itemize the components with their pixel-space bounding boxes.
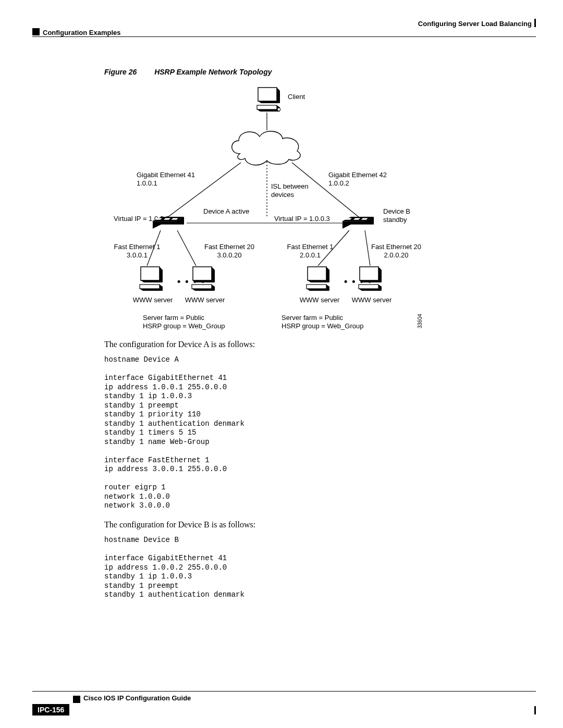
figure-number: Figure 26	[104, 68, 137, 76]
fe-b20-ip: 2.0.0.20	[384, 251, 409, 259]
device-b-para: The configuration for Device B is as fol…	[104, 520, 255, 529]
diagram-id: 33604	[417, 314, 423, 328]
ge41-text: Gigabit Ethernet 41	[137, 171, 195, 179]
isl-text2: devices	[271, 191, 294, 199]
topology-diagram: Client Gigabit Ethernet 41	[104, 83, 427, 334]
www-a2-icon	[188, 266, 217, 293]
svg-marker-33	[212, 267, 215, 282]
farm-a-line2: HSRP group = Web_Group	[143, 322, 225, 330]
svg-marker-43	[307, 289, 329, 291]
farm-b-label: Server farm = Public HSRP group = Web_Gr…	[282, 314, 363, 330]
figure-caption: Figure 26 HSRP Example Network Topology	[104, 68, 272, 76]
device-a-active-label: Device A active	[203, 207, 249, 216]
svg-marker-49	[359, 289, 382, 291]
fe-b20-text: Fast Ethernet 20	[371, 243, 421, 251]
svg-marker-40	[308, 280, 329, 282]
fe-a1-text: Fast Ethernet 1	[114, 243, 161, 251]
www-b2-label: WWW server	[348, 296, 395, 304]
svg-marker-31	[140, 289, 163, 291]
header-rule	[32, 36, 536, 37]
fe-a1-label: Fast Ethernet 1 3.0.0.1	[108, 243, 166, 259]
chapter-header: Configuring Server Load Balancing	[418, 20, 532, 28]
svg-marker-46	[360, 280, 382, 282]
farm-b-line1: Server farm = Public	[282, 314, 343, 322]
svg-rect-41	[307, 285, 326, 289]
www-a1-label: WWW server	[129, 296, 176, 304]
fe-a1-ip: 3.0.0.1	[127, 251, 148, 259]
switch-b-icon	[339, 217, 377, 230]
ge41-label: Gigabit Ethernet 41 1.0.0.1	[137, 171, 195, 187]
svg-marker-39	[326, 267, 329, 282]
isl-text1: ISL between	[271, 182, 309, 190]
svg-rect-29	[140, 285, 160, 289]
isl-label: ISL between devices	[271, 182, 309, 199]
device-a-config: hostname Device A interface GigabitEther…	[104, 355, 244, 511]
svg-rect-26	[141, 267, 160, 280]
svg-rect-32	[193, 267, 212, 280]
svg-rect-35	[192, 285, 212, 289]
vip-b-label: Virtual IP = 1.0.0.3	[274, 215, 330, 223]
ge41-ip: 1.0.0.1	[137, 179, 157, 187]
header-bar-right	[534, 19, 536, 27]
www-b1-label: WWW server	[296, 296, 343, 304]
device-a-para: The configuration for Device A is as fol…	[104, 340, 255, 349]
svg-marker-45	[378, 267, 382, 282]
farm-a-label: Server farm = Public HSRP group = Web_Gr…	[143, 314, 225, 330]
ge42-label: Gigabit Ethernet 42 1.0.0.2	[328, 171, 387, 187]
figure-title: HSRP Example Network Topology	[154, 68, 272, 76]
svg-rect-44	[360, 267, 378, 280]
device-b-config: hostname Device B interface GigabitEther…	[104, 536, 244, 600]
fe-b20-label: Fast Ethernet 20 2.0.0.20	[365, 243, 427, 259]
fe-b1-text: Fast Ethernet 1	[287, 243, 334, 251]
switch-a-icon	[149, 217, 188, 230]
footer-bar-right	[534, 706, 536, 714]
fe-b1-label: Fast Ethernet 1 2.0.0.1	[282, 243, 339, 259]
page-number: IPC-156	[32, 704, 69, 715]
fe-a20-ip: 3.0.0.20	[217, 251, 242, 259]
svg-rect-38	[308, 267, 326, 280]
book-title: Cisco IOS IP Configuration Guide	[83, 694, 191, 702]
www-a2-label: WWW server	[181, 296, 228, 304]
svg-rect-47	[359, 285, 378, 289]
footer-marker	[73, 696, 80, 703]
svg-line-13	[177, 230, 196, 266]
svg-marker-37	[192, 289, 215, 291]
fe-a20-text: Fast Ethernet 20	[204, 243, 254, 251]
section-marker	[32, 28, 40, 35]
device-b-standby-label: Device B standby	[383, 207, 427, 224]
svg-marker-34	[193, 280, 215, 282]
fe-b1-ip: 2.0.0.1	[300, 251, 321, 259]
www-b1-icon	[302, 266, 332, 293]
svg-marker-27	[160, 267, 163, 282]
www-a1-icon	[136, 266, 165, 293]
ge42-text: Gigabit Ethernet 42	[328, 171, 387, 179]
ge42-ip: 1.0.0.2	[328, 179, 349, 187]
farm-b-line2: HSRP group = Web_Group	[282, 322, 363, 330]
svg-marker-28	[141, 280, 163, 282]
section-header: Configuration Examples	[43, 29, 121, 36]
farm-a-line1: Server farm = Public	[143, 314, 204, 322]
www-b2-icon	[354, 266, 384, 293]
fe-a20-label: Fast Ethernet 20 3.0.0.20	[198, 243, 261, 259]
footer-rule	[32, 691, 536, 692]
